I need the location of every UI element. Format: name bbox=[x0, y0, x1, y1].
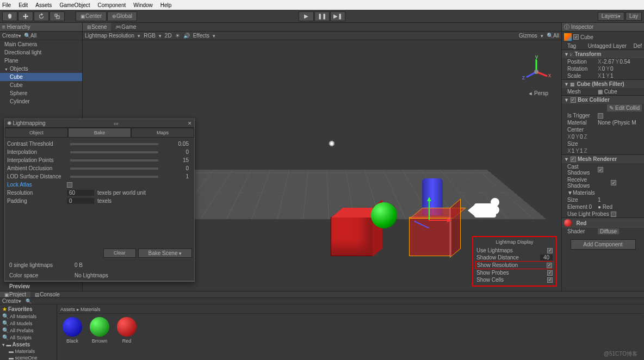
orientation-gizmo[interactable]: x y z bbox=[520, 55, 553, 88]
play-button[interactable]: ▶ bbox=[299, 11, 314, 21]
lm-prop-lod-surface-distance[interactable]: LOD Surface Distance1 bbox=[7, 172, 192, 181]
pause-button[interactable]: ❚❚ bbox=[314, 11, 330, 21]
phys-mat[interactable]: None (Physic M bbox=[598, 120, 636, 126]
lm-tab-maps[interactable]: Maps bbox=[131, 128, 194, 138]
meshfilter-header[interactable]: ▼ ▦ Cube (Mesh Filter) bbox=[562, 80, 644, 88]
folder-materials[interactable]: ▬ Materials bbox=[1, 348, 55, 355]
hierarchy-item-sphere[interactable]: Sphere bbox=[0, 89, 82, 97]
lm-prop-contrast-threshold[interactable]: Contrast Threshold0.05 bbox=[7, 140, 192, 148]
rot-x[interactable]: 0 bbox=[602, 66, 605, 72]
pos-y[interactable]: 0.54 bbox=[620, 59, 630, 65]
lm-close[interactable]: ✕ bbox=[188, 121, 192, 126]
mesh-field[interactable]: ▦ Cube bbox=[598, 89, 617, 95]
lm-tab-object[interactable]: Object bbox=[5, 128, 68, 138]
transform-header[interactable]: ▼ ⟀ Transform bbox=[562, 50, 644, 58]
asset-brrown[interactable]: Brrown bbox=[89, 317, 110, 344]
menu-edit[interactable]: Edit bbox=[18, 2, 28, 8]
hand-tool[interactable] bbox=[2, 11, 17, 21]
clear-button[interactable]: Clear bbox=[103, 249, 136, 258]
lm-preview[interactable]: Preview bbox=[5, 281, 194, 291]
fav-all-scripts[interactable]: 🔍All Scripts bbox=[1, 334, 55, 341]
hierarchy-item-cube[interactable]: Cube bbox=[0, 81, 82, 89]
layout-dropdown[interactable]: Lay bbox=[626, 12, 642, 21]
asset-black[interactable]: Black bbox=[61, 317, 83, 344]
menu-file[interactable]: File bbox=[2, 2, 11, 8]
menu-help[interactable]: Help bbox=[160, 2, 172, 8]
hierarchy-item-objects[interactable]: Objects bbox=[0, 65, 82, 73]
folder-sceneone[interactable]: ▬ sceneOne bbox=[1, 355, 55, 360]
scene-cube-selected[interactable] bbox=[409, 217, 451, 256]
lm-shadow-distance[interactable]: Shadow Distance40 bbox=[475, 254, 554, 261]
menu-component[interactable]: Component bbox=[98, 2, 126, 8]
rgb-dd[interactable]: RGB bbox=[144, 33, 156, 39]
recv-shadows[interactable]: ✓ bbox=[611, 180, 616, 185]
project-tab[interactable]: ▣ Project bbox=[0, 291, 30, 297]
object-name[interactable]: Cube bbox=[580, 34, 593, 40]
scl-y[interactable]: 1 bbox=[610, 73, 614, 79]
cast-shadows[interactable]: ✓ bbox=[598, 167, 603, 172]
active-checkbox[interactable]: ✓ bbox=[573, 34, 579, 40]
hierarchy-create[interactable]: Create bbox=[2, 33, 18, 39]
hierarchy-item-main-camera[interactable]: Main Camera bbox=[0, 40, 82, 48]
hierarchy-item-directional-light[interactable]: Directional light bbox=[0, 48, 82, 57]
scene-sphere[interactable] bbox=[371, 202, 397, 228]
asset-red[interactable]: Red bbox=[116, 317, 138, 344]
favorites-header[interactable]: ★Favorites bbox=[1, 306, 55, 313]
edit-collider[interactable]: ✎ Edit Collid bbox=[607, 104, 642, 111]
hierarchy-tab[interactable]: ≡Hierarchy bbox=[0, 23, 82, 32]
menu-assets[interactable]: Assets bbox=[35, 2, 52, 8]
hierarchy-search[interactable]: 🔍All bbox=[24, 33, 36, 39]
light-probes[interactable] bbox=[611, 212, 616, 217]
lightmap-res-dd[interactable]: Lightmap Resolution bbox=[85, 33, 134, 39]
breadcrumb[interactable]: Assets ▸ Materials bbox=[58, 306, 643, 314]
mat-element[interactable]: ● Red bbox=[598, 204, 612, 210]
tag-dd[interactable]: Untagged bbox=[588, 43, 611, 49]
move-tool[interactable] bbox=[18, 11, 33, 21]
pivot-global[interactable]: ⊕ Global bbox=[107, 11, 137, 21]
add-component-button[interactable]: Add Component bbox=[571, 239, 636, 250]
layers-dropdown[interactable]: Layers ▾ bbox=[598, 12, 624, 21]
hierarchy-item-plane[interactable]: Plane bbox=[0, 57, 82, 65]
bake-scene-button[interactable]: Bake Scene ▾ bbox=[138, 249, 192, 258]
lm-show-resolution[interactable]: Show Resolution✓ bbox=[475, 261, 554, 269]
light-toggle[interactable]: ☀ bbox=[175, 33, 180, 39]
console-tab[interactable]: ▤ Console bbox=[30, 291, 64, 297]
menu-gameobject[interactable]: GameObject bbox=[59, 2, 90, 8]
lm-undock[interactable]: ▭ bbox=[114, 121, 119, 126]
project-create[interactable]: Create bbox=[2, 298, 18, 304]
hierarchy-item-cylinder[interactable]: Cylinder bbox=[0, 97, 82, 105]
pos-x[interactable]: -2.67 bbox=[602, 59, 615, 65]
lm-prop-interpolation[interactable]: Interpolation0 bbox=[7, 148, 192, 156]
assets-header[interactable]: ▾ ▬ Assets bbox=[1, 341, 55, 348]
lm-use-lightmaps[interactable]: Use Lightmaps✓ bbox=[475, 247, 554, 254]
rotate-tool[interactable] bbox=[34, 11, 49, 21]
collider-header[interactable]: ▼ ✓ Box Collider bbox=[562, 96, 644, 104]
lm-tab-bake[interactable]: Bake bbox=[68, 128, 131, 138]
game-tab[interactable]: 🎮 Game bbox=[111, 23, 140, 31]
scene-cube-1[interactable] bbox=[331, 217, 373, 256]
persp-label[interactable]: ◄ Persp bbox=[528, 90, 548, 96]
lock-atlas[interactable]: Lock Atlas bbox=[7, 181, 192, 189]
scale-tool[interactable] bbox=[49, 11, 65, 21]
renderer-header[interactable]: ▼ ✓ Mesh Renderer bbox=[562, 155, 644, 163]
lm-show-cells[interactable]: Show Cells✓ bbox=[475, 276, 554, 283]
2d-toggle[interactable]: 2D bbox=[165, 33, 172, 39]
search-all[interactable]: 🔍All bbox=[547, 33, 559, 39]
rot-y[interactable]: 0 bbox=[610, 66, 614, 72]
shader-dd[interactable]: Diffuse bbox=[598, 228, 619, 234]
pivot-center[interactable]: ▣ Center bbox=[76, 11, 107, 21]
fav-all-materials[interactable]: 🔍All Materials bbox=[1, 313, 55, 320]
fav-all-prefabs[interactable]: 🔍All Prefabs bbox=[1, 327, 55, 334]
menu-window[interactable]: Window bbox=[133, 2, 153, 8]
scl-x[interactable]: 1 bbox=[602, 73, 605, 79]
lm-prop-ambient-occlusion[interactable]: Ambient Occlusion0 bbox=[7, 164, 192, 172]
hierarchy-item-cube[interactable]: Cube bbox=[0, 73, 82, 81]
fav-all-models[interactable]: 🔍All Models bbox=[1, 320, 55, 327]
lm-prop-interpolation-points[interactable]: Interpolation Points15 bbox=[7, 156, 192, 164]
gizmos-dd[interactable]: Gizmos bbox=[519, 33, 537, 39]
audio-toggle[interactable]: 🔊 bbox=[183, 33, 190, 39]
inspector-tab[interactable]: ⓘInspector bbox=[562, 23, 644, 32]
scene-tab[interactable]: ⊞ Scene bbox=[83, 23, 111, 31]
lm-padding[interactable]: Padding0texels bbox=[7, 197, 192, 205]
lm-show-probes[interactable]: Show Probes✓ bbox=[475, 269, 554, 276]
